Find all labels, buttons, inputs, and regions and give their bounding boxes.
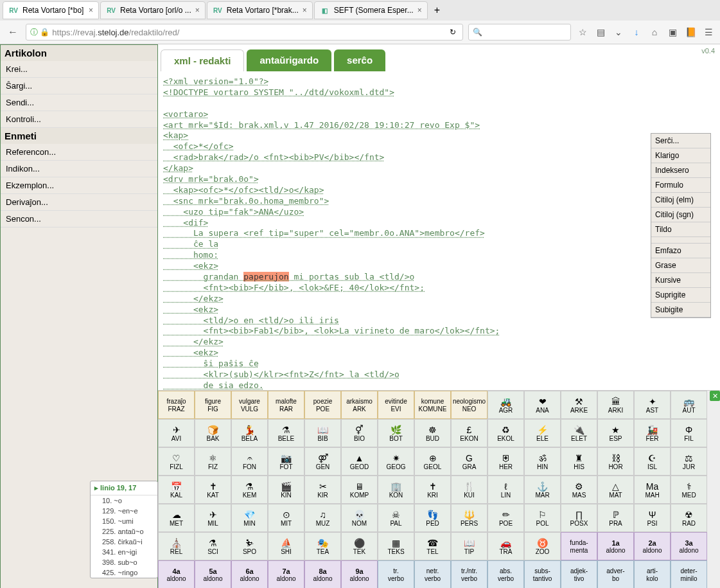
- right-panel-item[interactable]: Suprigite: [651, 288, 710, 303]
- grid-cell-SHI[interactable]: ⛵SHI: [268, 532, 304, 560]
- tab-close-icon[interactable]: ×: [195, 6, 200, 15]
- grid-cell-MUZ[interactable]: ♫MUZ: [304, 504, 341, 532]
- grid-cell-MAT[interactable]: △MAT: [597, 476, 634, 504]
- grid-cell-MET[interactable]: ☁MET: [158, 504, 195, 532]
- grid-cell-PAL[interactable]: ☠PAL: [378, 504, 414, 532]
- grid-cell-KON[interactable]: 🏢KON: [378, 476, 414, 504]
- grid-cell-BOT[interactable]: 🌿BOT: [378, 419, 414, 447]
- grid-cell-NOM[interactable]: 💀NOM: [341, 504, 378, 532]
- grid-cell-kolo[interactable]: arti-kolo: [634, 560, 671, 588]
- grid-cell-BUD[interactable]: ☸BUD: [414, 419, 451, 447]
- grid-cell-KAL[interactable]: 📅KAL: [158, 476, 195, 504]
- grid-cell-tivo[interactable]: adjek-tivo: [561, 560, 597, 588]
- tab-antaurigardo[interactable]: antaŭrigardo: [247, 49, 331, 71]
- grid-cell-verbo[interactable]: netr.verbo: [414, 560, 451, 588]
- sidebar-item[interactable]: Sencon...: [1, 211, 157, 227]
- right-panel-item[interactable]: Indeksero: [651, 163, 710, 178]
- grid-cell-KIN[interactable]: 🎬KIN: [268, 476, 304, 504]
- linio-item[interactable]: 398. sub~o: [91, 557, 157, 567]
- grid-cell-BELA[interactable]: 💃BELA: [231, 419, 268, 447]
- grid-cell-aldono[interactable]: 1aaldono: [597, 532, 634, 560]
- grid-cell-GEOL[interactable]: ⊕GEOL: [414, 447, 451, 476]
- linio-header[interactable]: ▸ linio 19, 17: [91, 481, 157, 495]
- grid-cell-AUT[interactable]: 🚌AUT: [671, 391, 707, 419]
- right-panel-item[interactable]: Subigite: [651, 303, 710, 317]
- grid-cell-GEOG[interactable]: ✷GEOG: [378, 447, 414, 476]
- grid-cell-HIN[interactable]: ॐHIN: [524, 447, 561, 476]
- sidebar-item[interactable]: Krei...: [1, 61, 157, 78]
- list-icon[interactable]: ▤: [594, 26, 607, 39]
- grid-cell-KOMUNE[interactable]: komuneKOMUNE: [414, 391, 451, 419]
- right-panel-item[interactable]: Serĉi...: [651, 134, 710, 148]
- grid-cell-LIN[interactable]: ℓLIN: [487, 476, 524, 504]
- grid-cell-AGR[interactable]: 🚜AGR: [487, 391, 524, 419]
- grid-cell-PSI[interactable]: ΨPSI: [634, 504, 671, 532]
- sidebar-item[interactable]: Referencon...: [1, 144, 157, 161]
- new-tab-button[interactable]: +: [429, 2, 445, 19]
- grid-cell-ARKE[interactable]: ⚒ARKE: [561, 391, 597, 419]
- grid-cell-KRI[interactable]: ✝KRI: [414, 476, 451, 504]
- grid-cell-FER[interactable]: 🚂FER: [634, 419, 671, 447]
- grid-cell-EKOL[interactable]: ♻EKOL: [487, 419, 524, 447]
- grid-cell-HER[interactable]: ⛨HER: [487, 447, 524, 476]
- grid-cell-PRA[interactable]: ℙPRA: [597, 504, 634, 532]
- linio-item[interactable]: 129. ~en~e: [91, 506, 157, 516]
- browser-tab[interactable]: RVReta Vortaro [orl/o ...×: [100, 1, 206, 19]
- grid-cell-MIN[interactable]: 💎MIN: [231, 504, 268, 532]
- grid-cell-TIP[interactable]: 📖TIP: [451, 532, 487, 560]
- grid-cell-ISL[interactable]: ☪ISL: [634, 447, 671, 476]
- grid-cell-GEOD[interactable]: ▲GEOD: [341, 447, 378, 476]
- grid-cell-aldono[interactable]: 8aaldono: [304, 560, 341, 588]
- grid-cell-EKON[interactable]: £EKON: [451, 419, 487, 447]
- right-panel-item[interactable]: Grase: [651, 258, 710, 273]
- grid-cell-BIB[interactable]: 📖BIB: [304, 419, 341, 447]
- grid-cell-ARKI[interactable]: 🏛ARKI: [597, 391, 634, 419]
- back-button[interactable]: ←: [5, 24, 21, 40]
- grid-cell-JUR[interactable]: ⚖JUR: [671, 447, 707, 476]
- grid-cell-TEK[interactable]: ⚫TEK: [341, 532, 378, 560]
- grid-cell-verbo[interactable]: tr.verbo: [378, 560, 414, 588]
- grid-cell-EVI[interactable]: evitindeEVI: [378, 391, 414, 419]
- grid-cell-MIL[interactable]: ✈MIL: [195, 504, 231, 532]
- grid-cell-REL[interactable]: ⛪REL: [158, 532, 195, 560]
- tab-xml-redakti[interactable]: xml - redakti: [161, 49, 244, 71]
- grid-cell-aldono[interactable]: 7aaldono: [268, 560, 304, 588]
- grid-cell-tantivo[interactable]: subs-tantivo: [524, 560, 561, 588]
- grid-cell-FIL[interactable]: ΦFIL: [671, 419, 707, 447]
- grid-cell-FOT[interactable]: 📷FOT: [268, 447, 304, 476]
- grid-cell-BIO[interactable]: ⚥BIO: [341, 419, 378, 447]
- grid-cell-aldono[interactable]: 4aaldono: [158, 560, 195, 588]
- grid-cell-NEO[interactable]: neologismoNEO: [451, 391, 487, 419]
- tab-close-icon[interactable]: ×: [89, 6, 93, 15]
- tab-close-icon[interactable]: ×: [417, 6, 422, 15]
- search-box[interactable]: 🔍: [468, 24, 571, 40]
- grid-cell-minilo[interactable]: deter-minilo: [671, 560, 707, 588]
- grid-cell-PERS[interactable]: 🔱PERS: [451, 504, 487, 532]
- grid-cell-KUI[interactable]: 🍴KUI: [451, 476, 487, 504]
- grid-cell-POL[interactable]: ⚐POL: [524, 504, 561, 532]
- menu-icon[interactable]: ☰: [702, 26, 715, 39]
- reload-button[interactable]: ↻: [447, 28, 459, 37]
- grid-cell-MAR[interactable]: ⚓MAR: [524, 476, 561, 504]
- pocket-icon[interactable]: ⌄: [612, 26, 625, 39]
- download-icon[interactable]: ↓: [630, 26, 643, 39]
- grid-cell-ANA[interactable]: ❤ANA: [524, 391, 561, 419]
- right-panel-item[interactable]: Emfazo: [651, 244, 710, 258]
- grid-cell-KIR[interactable]: ✂KIR: [304, 476, 341, 504]
- star-icon[interactable]: ☆: [576, 26, 589, 39]
- grid-cell-FIG[interactable]: figureFIG: [195, 391, 231, 419]
- right-panel-item[interactable]: Kursive: [651, 273, 710, 288]
- grid-cell-verbo[interactable]: tr./ntr.verbo: [451, 560, 487, 588]
- tab-close-icon[interactable]: ×: [303, 6, 307, 15]
- grid-cell-RAR[interactable]: malofteRAR: [268, 391, 304, 419]
- sidebar-item[interactable]: Ekzemplon...: [1, 177, 157, 194]
- linio-item[interactable]: 150. ~umi: [91, 516, 157, 526]
- right-panel-item[interactable]: Citiloj (sgn): [651, 208, 710, 222]
- right-panel-item[interactable]: Klarigo: [651, 148, 710, 163]
- grid-cell-TRA[interactable]: 🚗TRA: [487, 532, 524, 560]
- browser-tab[interactable]: ◧SEFT (Somera Esper...×: [314, 1, 428, 19]
- close-grid-button[interactable]: ✕: [710, 391, 720, 401]
- grid-cell-GEN[interactable]: ⚤GEN: [304, 447, 341, 476]
- grid-cell-FIZ[interactable]: ⚛FIZ: [195, 447, 231, 476]
- grid-cell-ELET[interactable]: 🔌ELET: [561, 419, 597, 447]
